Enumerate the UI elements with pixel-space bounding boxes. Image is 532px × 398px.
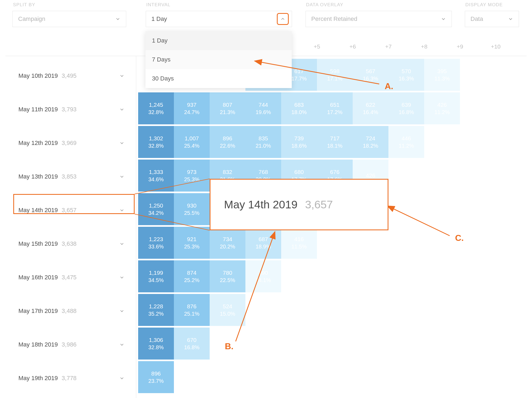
retention-cell[interactable]: 92125.3% [174, 227, 210, 259]
cell-value: 670 [187, 337, 196, 343]
retention-cell[interactable]: 89623.7% [138, 361, 174, 393]
cell-value: 744 [258, 102, 268, 108]
time-h-6: +6 [335, 43, 371, 50]
retention-cell[interactable]: 57016.3% [388, 59, 424, 91]
retention-cell[interactable]: 39511.3% [424, 59, 460, 91]
chevron-down-icon[interactable] [119, 107, 125, 112]
retention-cell[interactable]: 72418.2% [353, 126, 388, 158]
interval-option-7days[interactable]: 7 Days [145, 50, 292, 69]
retention-cell[interactable]: 73918.6% [281, 126, 317, 158]
retention-cell[interactable]: 78022.5% [210, 260, 245, 292]
cohort-row[interactable]: May 18th 2019 3,986 [18, 328, 135, 361]
retention-cell[interactable]: 1,24532.8% [138, 92, 174, 124]
cell-value: 490 [258, 270, 268, 276]
retention-cell[interactable]: 80721.3% [210, 92, 245, 124]
data-overlay-label: DATA OVERLAY [306, 2, 343, 8]
retention-cell[interactable]: 68718.9% [245, 227, 281, 259]
retention-cell[interactable]: 71718.1% [317, 126, 353, 158]
cell-percent: 21.0% [256, 143, 271, 149]
retention-cell[interactable]: 56716.3% [353, 59, 388, 91]
retention-cell[interactable]: 42611.2% [424, 92, 460, 124]
chevron-down-icon[interactable] [119, 308, 125, 314]
retention-cell[interactable]: 44611.2% [388, 126, 424, 158]
chevron-down-icon[interactable] [119, 376, 125, 381]
chevron-down-icon[interactable] [119, 174, 125, 179]
retention-cell[interactable]: 83521.0% [245, 126, 281, 158]
cell-value: 876 [187, 303, 196, 310]
cell-value: 768 [258, 169, 268, 175]
cell-percent: 11.5% [291, 244, 307, 250]
retention-cell[interactable]: 1,33334.6% [138, 160, 174, 192]
cohort-row[interactable]: May 13th 2019 3,853 [18, 160, 135, 193]
retention-cell[interactable]: 67016.8% [174, 328, 210, 360]
retention-cell[interactable]: 68318.0% [281, 92, 317, 124]
cohort-row[interactable]: May 11th 2019 3,793 [18, 93, 135, 126]
retention-cell[interactable]: 74419.6% [245, 92, 281, 124]
retention-cell[interactable]: 1,30632.8% [138, 328, 174, 360]
data-overlay-select[interactable]: Percent Retained [306, 11, 452, 27]
chevron-down-icon[interactable] [119, 342, 125, 347]
retention-cell[interactable]: 87425.2% [174, 260, 210, 292]
retention-cell[interactable]: 93724.7% [174, 92, 210, 124]
cohort-row[interactable]: May 17th 2019 3,488 [18, 294, 135, 328]
retention-cell[interactable]: 1,22333.6% [138, 227, 174, 259]
cell-value: 807 [223, 102, 232, 108]
chevron-down-icon[interactable] [119, 73, 125, 79]
cohort-date: May 19th 2019 [18, 375, 58, 382]
cell-value: 622 [366, 102, 375, 108]
cell-value: 1,223 [149, 236, 163, 242]
callout-source-highlight [13, 194, 135, 214]
interval-dropdown[interactable]: 1 Day 7 Days 30 Days [145, 31, 292, 88]
chevron-up-icon[interactable] [280, 16, 286, 22]
retention-cell[interactable]: 1,25034.2% [138, 193, 174, 225]
display-mode-label: DISPLAY MODE [465, 2, 503, 8]
cohort-row[interactable]: May 19th 2019 3,778 [18, 361, 135, 395]
cohort-row[interactable]: May 12th 2019 3,969 [18, 126, 135, 160]
retention-cell[interactable]: 1,30232.8% [138, 126, 174, 158]
chevron-down-icon[interactable] [119, 140, 125, 146]
time-h-8: +8 [406, 43, 442, 50]
retention-cell[interactable]: 1,19934.5% [138, 260, 174, 292]
cohort-row[interactable]: May 10th 2019 3,495 [18, 59, 135, 93]
retention-cell[interactable]: 59817.1% [317, 59, 353, 91]
retention-cell[interactable]: 97325.3% [174, 160, 210, 192]
retention-cell[interactable]: 49014.1% [245, 260, 281, 292]
retention-cell[interactable]: 65117.2% [317, 92, 353, 124]
chevron-down-icon[interactable] [119, 275, 125, 280]
cell-value: 639 [401, 102, 411, 108]
cell-percent: 20.2% [220, 244, 235, 250]
cell-value: 567 [366, 68, 375, 75]
interval-option-1day[interactable]: 1 Day [145, 31, 292, 50]
cohort-row[interactable]: May 15th 2019 3,638 [18, 227, 135, 261]
chevron-down-icon[interactable] [119, 241, 125, 247]
split-by-label: SPLIT BY [13, 2, 35, 8]
retention-cell[interactable]: 62216.4% [353, 92, 388, 124]
retention-cell[interactable]: 89622.6% [210, 126, 245, 158]
retention-cell[interactable]: 73420.2% [210, 227, 245, 259]
interval-value: 1 Day [151, 15, 167, 22]
retention-cell[interactable]: 63916.8% [388, 92, 424, 124]
retention-cell[interactable]: 1,00725.4% [174, 126, 210, 158]
grid-row: 1,30232.8%1,00725.4%89622.6%83521.0%7391… [138, 126, 424, 158]
split-by-select[interactable]: Campaign [12, 11, 126, 27]
retention-cell[interactable]: 93025.5% [174, 193, 210, 225]
cell-value: 683 [294, 102, 304, 108]
retention-cell[interactable]: 1,22835.2% [138, 294, 174, 326]
cell-value: 1,302 [149, 135, 163, 142]
cohort-date: May 12th 2019 [18, 140, 58, 147]
cohort-date: May 17th 2019 [18, 308, 58, 315]
retention-cell[interactable]: 41611.5% [281, 227, 317, 259]
cell-value: 937 [187, 102, 196, 108]
retention-cell[interactable]: 87625.1% [174, 294, 210, 326]
retention-cell[interactable]: 52415.0% [210, 294, 245, 326]
cohort-count: 3,638 [62, 240, 77, 247]
cohort-row[interactable]: May 16th 2019 3,475 [18, 261, 135, 294]
interval-option-30days[interactable]: 30 Days [145, 69, 292, 88]
left-divider [136, 56, 136, 398]
display-mode-select[interactable]: Data [465, 11, 519, 27]
cell-value: 1,245 [149, 102, 163, 108]
interval-select[interactable]: 1 Day [146, 11, 292, 27]
cell-value: 896 [223, 135, 232, 142]
time-h-10: +10 [478, 43, 514, 50]
cell-percent: 16.8% [184, 344, 200, 351]
